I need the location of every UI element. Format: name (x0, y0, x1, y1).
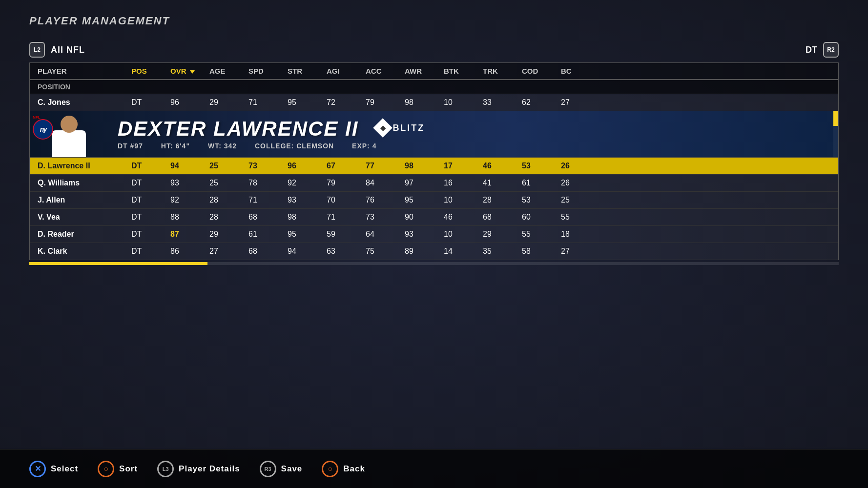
all-nfl-label: All NFL (51, 45, 85, 55)
control-sort: ○ Sort (98, 461, 138, 477)
r3-button[interactable]: R3 (260, 461, 276, 477)
blitz-badge: ◆ BLITZ (376, 121, 425, 135)
col-cod[interactable]: COD (518, 67, 557, 75)
r2-button[interactable]: R2 (823, 42, 839, 58)
player-name: D. Lawrence II (30, 162, 127, 170)
save-label: Save (281, 464, 303, 474)
select-label: Select (51, 464, 78, 474)
nfl-badge: NFL (33, 115, 41, 120)
col-agi[interactable]: AGI (323, 67, 362, 75)
x-button[interactable]: ✕ (29, 461, 46, 477)
player-name: D. Reader (30, 230, 127, 239)
player-name: K. Clark (30, 247, 127, 256)
circle-button-sort[interactable]: ○ (98, 461, 114, 477)
control-save: R3 Save (260, 461, 303, 477)
player-name: C. Jones (30, 98, 127, 107)
col-str[interactable]: STR (284, 67, 323, 75)
col-btk[interactable]: BTK (440, 67, 479, 75)
col-awr[interactable]: AWR (401, 67, 440, 75)
player-image-area: NFL ny (30, 111, 108, 157)
table-row[interactable]: C. Jones DT 96 29 71 95 72 79 98 10 33 6… (30, 94, 838, 111)
col-acc[interactable]: ACC (362, 67, 401, 75)
table-row[interactable]: V. Vea DT 88 28 68 98 71 73 90 46 68 60 … (30, 209, 838, 226)
circle-button-back[interactable]: ○ (322, 461, 338, 477)
table-row[interactable]: D. Reader DT 87 29 61 95 59 64 93 10 29 … (30, 226, 838, 243)
l3-button[interactable]: L3 (157, 461, 174, 477)
table-row[interactable]: K. Clark DT 86 27 68 94 63 75 89 14 35 5… (30, 243, 838, 260)
col-pos[interactable]: POS (127, 67, 166, 75)
position-divider: POSITION (30, 80, 838, 94)
scroll-progress-bar (29, 262, 839, 265)
player-sub-info: DT #97 HT: 6'4" WT: 342 COLLEGE: CLEMSON… (118, 142, 828, 150)
col-spd[interactable]: SPD (245, 67, 284, 75)
control-player-details: L3 Player Details (157, 461, 240, 477)
back-label: Back (343, 464, 365, 474)
player-name: Q. Williams (30, 179, 127, 187)
player-name: J. Allen (30, 196, 127, 204)
position-filter-label: DT (806, 45, 817, 55)
col-player[interactable]: PLAYER (30, 67, 127, 75)
column-headers: PLAYER POS OVR AGE SPD STR AGI ACC AWR B… (30, 63, 838, 80)
player-details-label: Player Details (179, 464, 240, 474)
sort-label: Sort (119, 464, 138, 474)
control-back: ○ Back (322, 461, 365, 477)
l2-button[interactable]: L2 (29, 42, 45, 58)
table-row[interactable]: J. Allen DT 92 28 71 93 70 76 95 10 28 5… (30, 192, 838, 209)
col-trk[interactable]: TRK (479, 67, 518, 75)
col-ovr[interactable]: OVR (166, 67, 206, 75)
col-age[interactable]: AGE (206, 67, 245, 75)
table-row[interactable]: Q. Williams DT 93 25 78 92 79 84 97 16 4… (30, 175, 838, 192)
page-title: PLAYER MANAGEMENT (29, 15, 839, 27)
player-name: V. Vea (30, 213, 127, 222)
selected-player-name: DEXTER LAWRENCE II (118, 119, 358, 139)
selected-player-panel: NFL ny (30, 111, 838, 158)
player-info-area: DEXTER LAWRENCE II ◆ BLITZ DT #97 (108, 111, 838, 157)
bottom-controls-bar: ✕ Select ○ Sort L3 Player Details R3 Sav… (0, 449, 868, 488)
table-row[interactable]: D. Lawrence II DT 94 25 73 96 67 77 98 1… (30, 158, 838, 175)
scroll-progress-fill (29, 262, 207, 265)
control-select: ✕ Select (29, 461, 78, 477)
team-logo: ny (33, 119, 53, 140)
player-silhouette (52, 113, 86, 157)
col-bc[interactable]: BC (557, 67, 596, 75)
